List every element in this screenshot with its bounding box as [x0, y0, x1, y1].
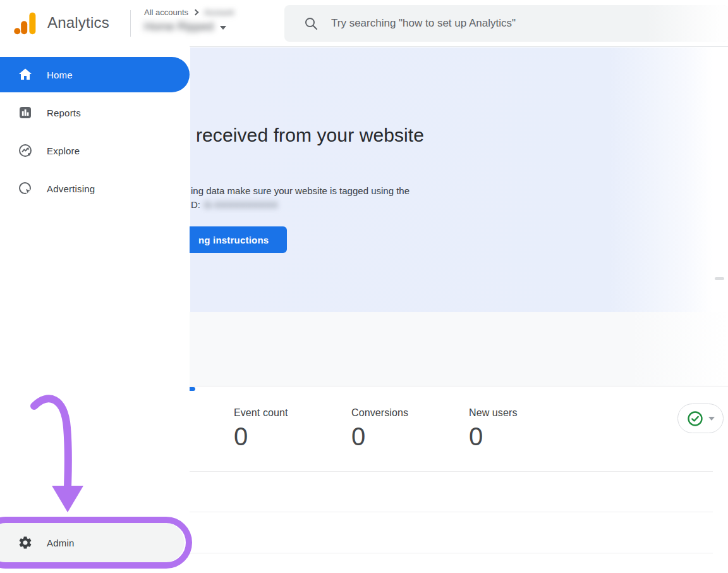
sidebar-item-home[interactable]: Home — [0, 57, 190, 92]
sidebar-item-advertising[interactable]: Advertising — [0, 171, 190, 206]
metric-new-users: New users 0 — [469, 407, 586, 451]
page-background-band — [190, 312, 728, 386]
chevron-right-icon — [193, 9, 199, 15]
property-name-blurred: Home Ripped — [144, 20, 214, 34]
metric-value: 0 — [234, 422, 351, 451]
sidebar-item-admin[interactable]: Admin — [0, 523, 185, 562]
scrollbar-thumb[interactable] — [715, 277, 724, 280]
analytics-app-window: received from your website ing data make… — [0, 0, 728, 573]
sidebar-item-reports[interactable]: Reports — [0, 95, 190, 130]
breadcrumb-row: All accounts Account — [144, 6, 234, 18]
data-quality-dropdown[interactable] — [677, 404, 724, 433]
measurement-id-blurred: G-XXXXXXXXXX — [204, 199, 278, 210]
all-accounts-label: All accounts — [144, 8, 188, 17]
sidebar-item-label: Explore — [47, 145, 80, 156]
header-divider-line — [190, 46, 728, 47]
caret-down-icon — [220, 26, 226, 30]
search-input[interactable] — [331, 17, 685, 30]
top-app-bar: Analytics All accounts Account Home Ripp… — [0, 0, 728, 47]
sidebar-item-label: Reports — [47, 108, 81, 118]
metric-value: 0 — [351, 422, 469, 451]
metric-label: Conversions — [351, 407, 469, 419]
metrics-card: Event count 0 Conversions 0 New users 0 — [190, 386, 728, 573]
no-data-hero-panel: received from your website ing data make… — [190, 47, 713, 312]
advertising-icon — [18, 181, 33, 196]
hero-body-line1: ing data make sure your website is tagge… — [191, 185, 410, 196]
chart-gridline — [190, 512, 713, 512]
metrics-row: Event count 0 Conversions 0 New users 0 — [234, 407, 586, 451]
header-divider — [130, 10, 131, 37]
sidebar-item-label: Advertising — [47, 183, 95, 194]
active-tab-indicator — [190, 387, 195, 391]
sidebar-item-label: Home — [47, 70, 73, 80]
account-name-blurred: Account — [204, 8, 234, 17]
left-navigation: Home Reports Explore — [0, 47, 190, 573]
sidebar-item-explore[interactable]: Explore — [0, 133, 190, 168]
search-icon — [303, 16, 318, 31]
explore-icon — [18, 143, 33, 158]
brand-wordmark: Analytics — [47, 14, 109, 32]
metric-value: 0 — [469, 422, 586, 451]
metric-label: New users — [469, 407, 586, 419]
account-breadcrumb: All accounts Account Home Ripped — [144, 6, 234, 34]
caret-down-icon — [708, 417, 715, 421]
search-bar[interactable] — [284, 5, 728, 42]
chart-gridline — [190, 471, 713, 472]
check-circle-icon — [687, 410, 703, 427]
chart-gridline — [190, 553, 713, 553]
measurement-id-prefix: D: — [191, 199, 200, 210]
metric-conversions: Conversions 0 — [351, 407, 469, 451]
gear-icon — [18, 535, 33, 550]
hero-heading: received from your website — [196, 125, 424, 146]
reports-icon — [18, 105, 33, 120]
google-analytics-logo — [13, 11, 38, 36]
sidebar-item-label: Admin — [47, 538, 75, 548]
home-icon — [18, 67, 33, 82]
hero-body-line2: D: G-XXXXXXXXXX — [191, 199, 278, 210]
metric-event-count: Event count 0 — [234, 407, 351, 451]
property-picker[interactable]: Home Ripped — [144, 20, 234, 34]
view-tagging-instructions-button[interactable]: ng instructions — [190, 226, 287, 253]
metric-label: Event count — [234, 407, 351, 419]
